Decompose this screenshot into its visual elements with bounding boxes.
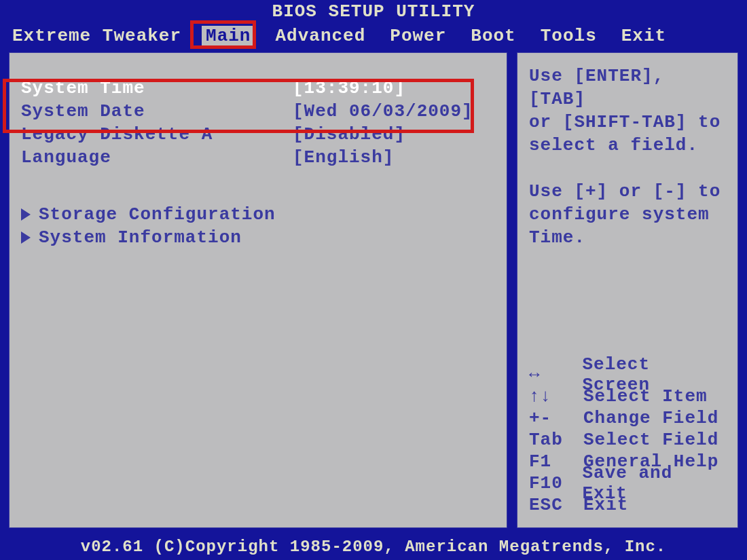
menu-bar: Extreme Tweaker Main Advanced Power Boot… <box>0 23 747 50</box>
title-bar: BIOS SETUP UTILITY <box>0 0 747 23</box>
label-system-date: System Date <box>21 101 293 122</box>
submenu-storage-configuration[interactable]: Storage Configuration <box>21 203 495 226</box>
triangle-right-icon <box>21 231 31 244</box>
label-system-time: System Time <box>21 78 293 98</box>
key-f1: F1 <box>529 451 583 472</box>
key-row-select-field: Tab Select Field <box>529 429 726 451</box>
help-line: or [SHIFT-TAB] to <box>529 111 726 134</box>
key-tab: Tab <box>529 430 583 450</box>
key-desc: Change Field <box>583 408 718 428</box>
key-plus-minus-icon: +- <box>529 408 583 428</box>
key-esc: ESC <box>529 495 583 515</box>
label-legacy-diskette-a: Legacy Diskette A <box>21 124 293 145</box>
value-legacy-diskette-a[interactable]: [Disabled] <box>293 124 405 145</box>
key-row-select-item: ↑↓ Select Item <box>529 386 726 407</box>
key-legend: ↔ Select Screen ↑↓ Select Item +- Change… <box>529 364 726 516</box>
submenu-label: System Information <box>39 227 242 248</box>
row-system-time[interactable]: System Time [13:39:10] <box>21 77 495 100</box>
value-system-date[interactable]: [Wed 06/03/2009] <box>293 101 473 122</box>
help-line: Use [+] or [-] to <box>529 180 726 203</box>
submenu-system-information[interactable]: System Information <box>21 226 495 249</box>
key-row-change-field: +- Change Field <box>529 407 726 429</box>
menu-item-extreme-tweaker[interactable]: Extreme Tweaker <box>0 26 194 46</box>
submenu-label: Storage Configuration <box>39 204 276 225</box>
key-f10: F10 <box>529 473 582 493</box>
row-language[interactable]: Language [English] <box>21 146 495 169</box>
menu-item-power[interactable]: Power <box>378 26 458 46</box>
menu-item-tools[interactable]: Tools <box>528 26 609 46</box>
menu-item-boot[interactable]: Boot <box>458 26 528 46</box>
key-desc: Exit <box>583 495 628 515</box>
menu-item-exit[interactable]: Exit <box>609 26 678 46</box>
help-panel: Use [ENTER], [TAB] or [SHIFT-TAB] to sel… <box>515 50 740 530</box>
menu-item-main[interactable]: Main <box>202 26 255 46</box>
help-line: configure system Time. <box>529 203 726 249</box>
value-language[interactable]: [English] <box>293 147 394 168</box>
key-row-select-screen: ↔ Select Screen <box>529 364 726 386</box>
row-system-date[interactable]: System Date [Wed 06/03/2009] <box>21 100 495 123</box>
label-language: Language <box>21 147 293 168</box>
key-arrows-lr-icon: ↔ <box>529 365 582 385</box>
bios-screen: BIOS SETUP UTILITY Extreme Tweaker Main … <box>0 0 747 560</box>
row-legacy-diskette-a[interactable]: Legacy Diskette A [Disabled] <box>21 123 495 146</box>
triangle-right-icon <box>21 208 31 221</box>
help-line-blank <box>529 157 726 180</box>
value-system-time[interactable]: [13:39:10] <box>293 78 405 98</box>
settings-panel: System Time [13:39:10] System Date [Wed … <box>7 50 509 530</box>
key-desc: Select Item <box>583 386 708 407</box>
app-title: BIOS SETUP UTILITY <box>272 1 475 22</box>
help-text: Use [ENTER], [TAB] or [SHIFT-TAB] to sel… <box>529 64 726 249</box>
footer-copyright: v02.61 (C)Copyright 1985-2009, American … <box>0 536 747 560</box>
help-line: Use [ENTER], [TAB] <box>529 64 726 111</box>
key-arrows-ud-icon: ↑↓ <box>529 386 583 407</box>
help-line: select a field. <box>529 134 726 157</box>
work-area: System Time [13:39:10] System Date [Wed … <box>7 50 740 530</box>
menu-item-advanced[interactable]: Advanced <box>263 26 378 46</box>
key-desc: Select Field <box>583 430 718 450</box>
key-row-save-exit: F10 Save and Exit <box>529 472 726 494</box>
